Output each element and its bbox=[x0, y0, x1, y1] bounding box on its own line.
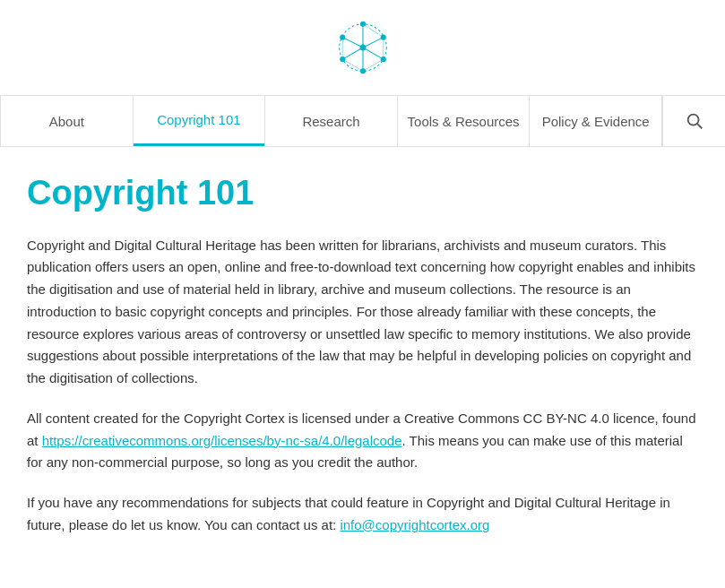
svg-line-10 bbox=[363, 48, 384, 59]
main-nav: About Copyright 101 Research Tools & Res… bbox=[0, 95, 725, 147]
svg-line-18 bbox=[363, 59, 384, 71]
nav-item-policy-evidence[interactable]: Policy & Evidence bbox=[530, 96, 662, 146]
intro-paragraph: Copyright and Digital Cultural Heritage … bbox=[27, 235, 698, 390]
search-icon bbox=[685, 111, 704, 131]
nav-link-copyright101[interactable]: Copyright 101 bbox=[134, 96, 265, 146]
nav-link-policy-evidence[interactable]: Policy & Evidence bbox=[530, 96, 661, 146]
site-logo bbox=[332, 16, 394, 79]
nav-link-tools-resources[interactable]: Tools & Resources bbox=[398, 96, 530, 146]
creative-commons-link[interactable]: https://creativecommons.org/licenses/by-… bbox=[42, 433, 402, 448]
svg-line-13 bbox=[342, 38, 363, 48]
site-header bbox=[0, 0, 725, 95]
page-title: Copyright 101 bbox=[27, 174, 698, 213]
nav-link-research[interactable]: Research bbox=[265, 96, 397, 146]
nav-link-about[interactable]: About bbox=[1, 96, 133, 146]
license-paragraph: All content created for the Copyright Co… bbox=[27, 408, 698, 474]
svg-line-14 bbox=[363, 24, 384, 38]
nav-item-tools-resources[interactable]: Tools & Resources bbox=[398, 96, 531, 146]
search-button[interactable] bbox=[662, 96, 725, 146]
svg-line-12 bbox=[342, 48, 363, 59]
svg-point-19 bbox=[687, 115, 698, 125]
svg-line-17 bbox=[342, 59, 363, 71]
svg-line-20 bbox=[697, 124, 702, 128]
nav-item-research[interactable]: Research bbox=[265, 96, 398, 146]
contact-paragraph: If you have any recommendations for subj… bbox=[27, 492, 698, 537]
main-content: Copyright 101 Copyright and Digital Cult… bbox=[0, 147, 725, 588]
nav-item-about[interactable]: About bbox=[0, 96, 134, 146]
nav-item-copyright101[interactable]: Copyright 101 bbox=[134, 96, 266, 146]
contact-email-link[interactable]: info@copyrightcortex.org bbox=[340, 517, 489, 532]
logo-link[interactable] bbox=[332, 16, 394, 82]
svg-line-9 bbox=[363, 38, 384, 48]
